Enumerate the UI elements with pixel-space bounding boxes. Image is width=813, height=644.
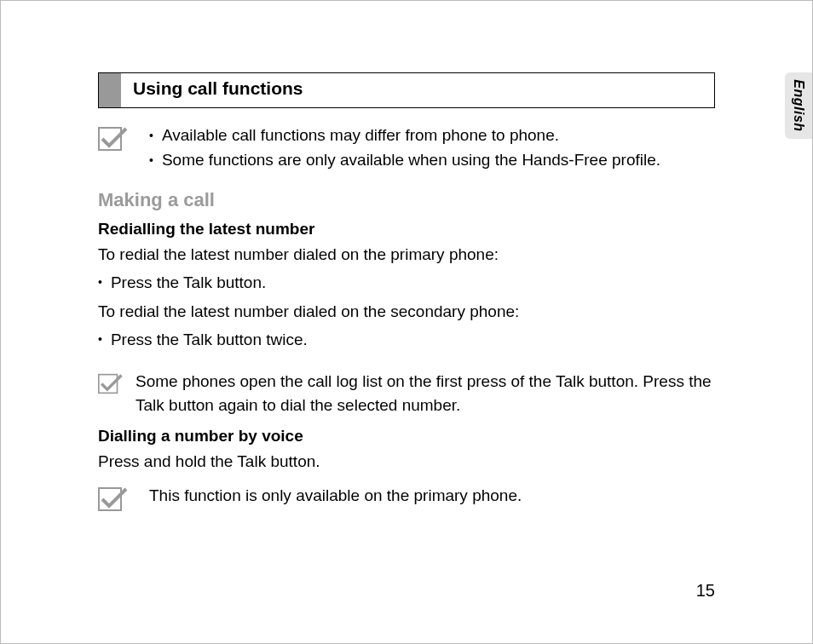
redial-secondary-item: Press the Talk button twice.	[98, 327, 715, 352]
redial-primary-item: Press the Talk button.	[98, 270, 715, 295]
note-redial: Some phones open the call log list on th…	[98, 370, 715, 418]
section-title-box: Using call functions	[98, 72, 715, 108]
note-voice-body: This function is only available on the p…	[149, 484, 522, 509]
note-top-item: Available call functions may differ from…	[149, 124, 660, 148]
note-voice: This function is only available on the p…	[98, 484, 715, 511]
note-redial-body: Some phones open the call log list on th…	[136, 370, 715, 418]
page-number: 15	[696, 581, 715, 601]
note-top-list: Available call functions may differ from…	[149, 124, 660, 172]
subsection-heading: Making a call	[98, 189, 715, 211]
voice-intro: Press and hold the Talk button.	[98, 449, 715, 474]
section-title: Using call functions	[121, 73, 714, 107]
note-top: Available call functions may differ from…	[98, 124, 715, 172]
redial-primary-list: Press the Talk button.	[98, 270, 715, 295]
redial-intro-secondary: To redial the latest number dialed on th…	[98, 299, 715, 324]
note-top-item: Some functions are only available when u…	[149, 148, 660, 173]
redial-heading: Redialling the latest number	[98, 220, 715, 239]
checkbox-icon	[98, 487, 129, 511]
redial-intro-primary: To redial the latest number dialed on th…	[98, 242, 715, 267]
document-page: English Using call functions Available c…	[0, 0, 813, 644]
note-top-body: Available call functions may differ from…	[149, 124, 660, 172]
language-label: English	[791, 79, 806, 131]
checkbox-icon	[98, 373, 124, 394]
voice-heading: Dialling a number by voice	[98, 427, 715, 446]
redial-secondary-list: Press the Talk button twice.	[98, 327, 715, 352]
checkbox-icon	[98, 127, 129, 151]
section-title-accent-bar	[99, 73, 121, 107]
page-content: Using call functions Available call func…	[98, 72, 715, 528]
language-tab: English	[785, 72, 812, 139]
